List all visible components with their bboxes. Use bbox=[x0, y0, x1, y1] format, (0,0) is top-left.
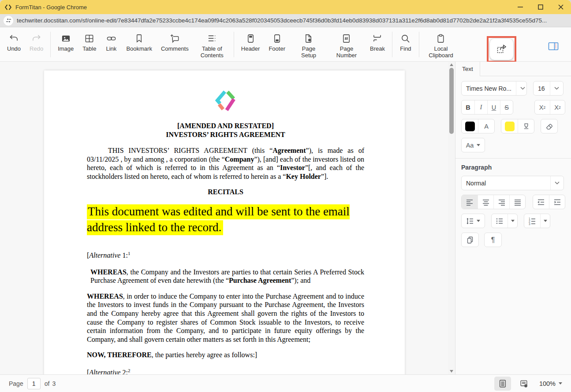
toolbar-divider bbox=[419, 32, 419, 57]
yellow-swatch bbox=[505, 122, 515, 131]
total-pages: 3 bbox=[52, 380, 56, 387]
subscript-button[interactable]: X2 bbox=[550, 100, 565, 115]
font-family-select[interactable]: Times New Ro... bbox=[461, 81, 527, 96]
show-formatting-button[interactable]: ¶ bbox=[484, 233, 502, 247]
alternative-2-line[interactable]: [Alternative 2:2 bbox=[87, 368, 364, 374]
link-button[interactable]: Link bbox=[101, 33, 122, 52]
site-permissions-icon[interactable] bbox=[4, 16, 13, 26]
share-button[interactable] bbox=[490, 39, 513, 60]
main-area: [AMENDED AND RESTATED] INVESTORS’ RIGHTS… bbox=[0, 62, 571, 374]
chevron-down-icon bbox=[550, 176, 564, 190]
url-bar[interactable]: techwriter.docstitan.com/sf/online-edit/… bbox=[0, 14, 571, 27]
align-left-button[interactable] bbox=[462, 195, 478, 209]
text-format-panel: Text Times New Ro... 16 bbox=[455, 62, 571, 374]
scroll-down-arrow[interactable] bbox=[448, 368, 455, 374]
caret-down-icon bbox=[544, 220, 547, 222]
undo-button[interactable]: Undo bbox=[3, 33, 25, 52]
caret-down-icon bbox=[477, 144, 480, 146]
web-view-button[interactable] bbox=[515, 377, 532, 391]
page-number-input[interactable] bbox=[27, 378, 41, 389]
document-title-line1[interactable]: [AMENDED AND RESTATED] bbox=[87, 122, 364, 130]
italic-button[interactable]: I bbox=[474, 100, 487, 115]
page-number-button[interactable]: Page Number bbox=[328, 33, 366, 59]
editor-toolbar: Undo Redo Image Table Link Bookmark Comm… bbox=[0, 27, 571, 62]
caret-down-icon bbox=[559, 382, 562, 385]
minimize-button[interactable] bbox=[510, 0, 530, 14]
table-icon bbox=[84, 33, 94, 44]
zoom-control[interactable]: 100% bbox=[537, 380, 565, 387]
change-case-button[interactable]: Aa bbox=[461, 138, 485, 152]
comments-button[interactable]: Comments bbox=[157, 33, 193, 52]
undo-icon bbox=[9, 33, 19, 44]
highlighter-button[interactable] bbox=[518, 119, 534, 133]
close-button[interactable] bbox=[551, 0, 571, 14]
numbered-list-button[interactable]: 123 bbox=[524, 214, 540, 228]
font-color-group: A bbox=[461, 119, 495, 133]
image-button[interactable]: Image bbox=[53, 33, 78, 52]
zoom-value: 100% bbox=[539, 380, 556, 387]
intro-paragraph[interactable]: THIS INVESTORS’ RIGHTS AGREEMENT (this “… bbox=[87, 146, 364, 181]
decrease-indent-button[interactable] bbox=[533, 195, 549, 209]
font-color-button[interactable]: A bbox=[478, 119, 494, 133]
image-icon bbox=[61, 33, 71, 44]
line-spacing-button[interactable] bbox=[461, 214, 485, 228]
align-center-button[interactable] bbox=[478, 195, 493, 209]
document-page[interactable]: [AMENDED AND RESTATED] INVESTORS’ RIGHTS… bbox=[44, 70, 405, 374]
scroll-up-arrow[interactable] bbox=[448, 62, 455, 68]
panel-toggle-button[interactable] bbox=[548, 42, 559, 51]
table-of-contents-button[interactable]: Table of Contents bbox=[193, 33, 231, 59]
now-therefore-paragraph[interactable]: NOW, THEREFORE, the parties hereby agree… bbox=[87, 351, 364, 359]
header-button[interactable]: Header bbox=[237, 33, 265, 52]
scrollbar-thumb[interactable] bbox=[449, 68, 454, 134]
align-justify-button[interactable] bbox=[509, 195, 525, 209]
link-icon bbox=[106, 33, 116, 44]
table-button[interactable]: Table bbox=[78, 33, 101, 52]
copy-icon bbox=[466, 236, 474, 244]
paragraph-style-select[interactable]: Normal bbox=[461, 176, 564, 190]
window-titlebar: FormTitan - Google Chrome bbox=[0, 0, 571, 14]
document-viewport: [AMENDED AND RESTATED] INVESTORS’ RIGHTS… bbox=[0, 62, 448, 374]
panel-toggle-icon bbox=[548, 42, 559, 51]
browser-window: FormTitan - Google Chrome techwriter.doc… bbox=[0, 0, 571, 392]
clear-format-group bbox=[541, 119, 558, 133]
recitals-heading[interactable]: RECITALS bbox=[87, 188, 364, 196]
maximize-button[interactable] bbox=[530, 0, 551, 14]
numbered-list-caret[interactable] bbox=[540, 214, 550, 228]
page-setup-button[interactable]: Page Setup bbox=[290, 33, 328, 59]
increase-indent-button[interactable] bbox=[549, 195, 565, 209]
local-clipboard-button[interactable]: Local Clipboard bbox=[422, 33, 460, 59]
whereas-paragraph-2[interactable]: WHEREAS, in order to induce the Company … bbox=[87, 292, 364, 344]
copy-format-button[interactable] bbox=[461, 233, 479, 247]
footer-button[interactable]: Footer bbox=[264, 33, 290, 52]
bullet-list-caret[interactable] bbox=[508, 214, 517, 228]
pilcrow-icon: ¶ bbox=[485, 233, 501, 247]
page-view-button[interactable] bbox=[494, 377, 511, 391]
eraser-button[interactable] bbox=[541, 119, 557, 133]
document-scrollbar[interactable] bbox=[448, 62, 455, 374]
whereas-paragraph-1[interactable]: WHEREAS, the Company and the Investors a… bbox=[90, 268, 364, 285]
highlight-color-swatch[interactable] bbox=[501, 119, 518, 133]
url-text[interactable]: techwriter.docstitan.com/sf/online-edit/… bbox=[17, 17, 566, 24]
break-button[interactable]: Break bbox=[366, 33, 389, 52]
align-right-button[interactable] bbox=[493, 195, 509, 209]
redo-button[interactable]: Redo bbox=[25, 33, 48, 52]
panel-tabbar: Text bbox=[455, 62, 571, 76]
font-size-select[interactable]: 16 bbox=[533, 81, 564, 96]
underline-button[interactable]: U bbox=[487, 100, 500, 115]
document-title-line2[interactable]: INVESTORS’ RIGHTS AGREEMENT bbox=[87, 130, 364, 139]
caret-down-icon bbox=[477, 220, 480, 222]
tab-text[interactable]: Text bbox=[455, 62, 480, 76]
font-color-swatch[interactable] bbox=[462, 119, 478, 133]
bookmark-button[interactable]: Bookmark bbox=[122, 33, 157, 52]
bold-button[interactable]: B bbox=[462, 100, 474, 115]
highlighter-icon bbox=[522, 122, 530, 130]
paragraph-section-label: Paragraph bbox=[461, 164, 565, 171]
comments-icon bbox=[170, 33, 180, 44]
strikethrough-button[interactable]: S bbox=[500, 100, 513, 115]
superscript-button[interactable]: X2 bbox=[535, 100, 550, 115]
highlighted-paragraph[interactable]: This document was edited and will be sen… bbox=[87, 204, 364, 236]
alternative-1-line[interactable]: [Alternative 1:1 bbox=[87, 251, 364, 260]
find-button[interactable]: Find bbox=[395, 33, 416, 52]
document-logo-icon bbox=[214, 90, 237, 112]
bullet-list-button[interactable] bbox=[492, 214, 508, 228]
